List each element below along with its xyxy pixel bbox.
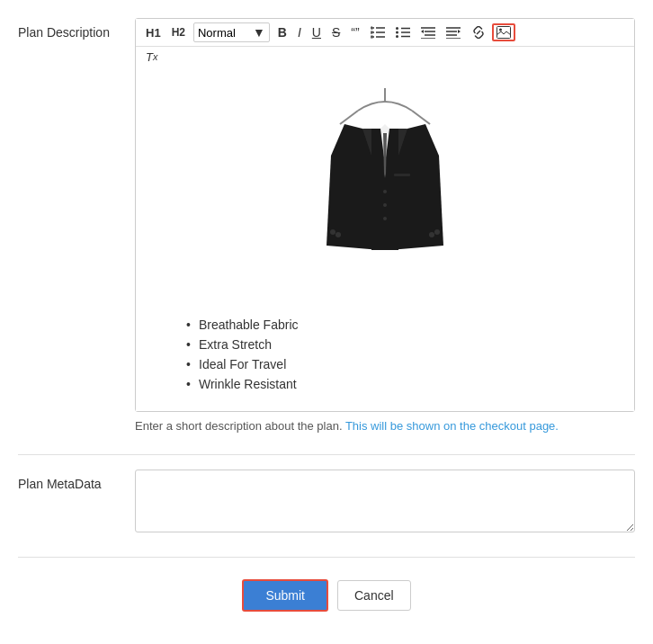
svg-text:3: 3 — [371, 34, 373, 39]
description-hint: Enter a short description about the plan… — [135, 419, 635, 433]
h1-button[interactable]: H1 — [141, 24, 165, 41]
strikethrough-button[interactable]: S — [327, 23, 344, 41]
h2-button[interactable]: H2 — [167, 24, 190, 40]
chevron-down-icon: ▼ — [253, 25, 265, 40]
svg-point-36 — [383, 217, 387, 220]
svg-rect-37 — [394, 174, 410, 176]
svg-point-38 — [330, 229, 335, 235]
rich-text-editor: H1 H2 Normal Heading 1 Heading 2 Heading… — [135, 18, 635, 412]
italic-button[interactable]: I — [293, 23, 306, 41]
svg-point-39 — [335, 232, 341, 237]
list-item: Extra Stretch — [186, 337, 299, 352]
jacket-svg — [313, 84, 457, 300]
svg-point-34 — [383, 190, 387, 193]
plan-description-label: Plan Description — [18, 18, 135, 40]
plan-metadata-label: Plan MetaData — [18, 470, 135, 491]
metadata-textarea[interactable] — [135, 470, 635, 532]
toolbar-row2: Tx — [136, 47, 634, 69]
list-item: Wrinkle Resistant — [186, 377, 299, 391]
bold-button[interactable]: B — [273, 23, 291, 41]
svg-point-10 — [396, 27, 398, 30]
clear-format-button[interactable]: Tx — [141, 49, 162, 66]
feature-list: Breathable Fabric Extra Stretch Ideal Fo… — [186, 318, 299, 397]
svg-point-27 — [499, 29, 502, 31]
indent-left-button[interactable] — [416, 23, 440, 41]
blockquote-button[interactable]: “” — [346, 23, 363, 41]
image-icon — [496, 26, 511, 39]
plan-description-content: H1 H2 Normal Heading 1 Heading 2 Heading… — [135, 18, 635, 433]
jacket-image — [313, 84, 457, 300]
svg-line-29 — [340, 111, 358, 124]
svg-rect-26 — [496, 27, 510, 39]
form-actions: Submit Cancel — [18, 579, 635, 612]
underline-button[interactable]: U — [308, 23, 326, 41]
plan-metadata-row: Plan MetaData — [18, 470, 635, 535]
format-select[interactable]: Normal Heading 1 Heading 2 Heading 3 Par… — [198, 26, 253, 40]
plan-metadata-content — [135, 470, 635, 535]
svg-marker-25 — [458, 30, 461, 33]
ordered-list-icon: ⁣ 1 2 3 — [371, 26, 385, 39]
divider — [18, 454, 635, 455]
svg-line-30 — [412, 111, 430, 124]
unordered-list-icon — [396, 26, 410, 39]
format-select-wrapper[interactable]: Normal Heading 1 Heading 2 Heading 3 Par… — [193, 22, 270, 42]
ordered-list-button[interactable]: ⁣ 1 2 3 — [366, 23, 389, 41]
svg-point-14 — [396, 35, 398, 38]
svg-point-35 — [383, 203, 387, 207]
indent-right-icon — [446, 26, 461, 39]
link-button[interactable] — [467, 23, 490, 41]
divider-2 — [18, 557, 635, 558]
hint-link-text: This will be shown on the checkout page. — [345, 419, 559, 433]
svg-point-41 — [429, 232, 434, 237]
editor-body[interactable]: Breathable Fabric Extra Stretch Ideal Fo… — [136, 69, 634, 411]
submit-button[interactable]: Submit — [242, 579, 328, 612]
list-item: Ideal For Travel — [186, 357, 299, 371]
plan-description-row: Plan Description H1 H2 Normal Heading 1 … — [18, 18, 635, 433]
indent-right-button[interactable] — [442, 23, 465, 41]
svg-point-40 — [434, 229, 440, 235]
image-button[interactable] — [492, 23, 515, 41]
cancel-button[interactable]: Cancel — [337, 580, 411, 611]
svg-point-12 — [396, 31, 398, 34]
unordered-list-button[interactable] — [391, 23, 415, 41]
link-icon — [471, 26, 486, 39]
toolbar-row1: H1 H2 Normal Heading 1 Heading 2 Heading… — [136, 19, 634, 47]
indent-left-icon — [421, 26, 435, 39]
list-item: Breathable Fabric — [186, 318, 299, 332]
svg-marker-20 — [421, 30, 424, 33]
